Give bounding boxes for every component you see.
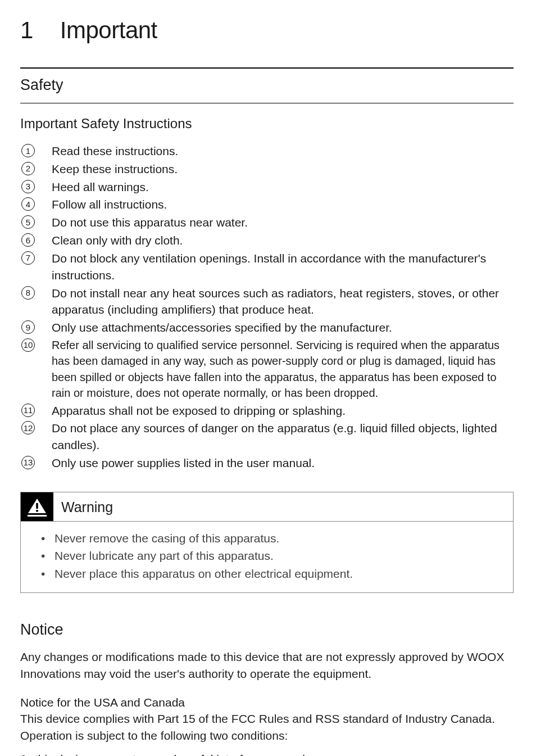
svg-rect-1	[36, 503, 38, 509]
warning-bullet: Never lubricate any part of this apparat…	[41, 547, 502, 565]
safety-section-header: Safety	[20, 67, 514, 103]
chapter-heading: 1Important	[20, 17, 514, 44]
notice-intro-text: Any changes or modifications made to thi…	[20, 649, 514, 682]
safety-instructions-list: Read these instructions. Keep these inst…	[20, 143, 514, 472]
safety-item: Only use power supplies listed in the us…	[20, 455, 514, 472]
safety-item: Heed all warnings.	[20, 179, 514, 196]
safety-item: Keep these instructions.	[20, 161, 514, 178]
notice-usa-canada-body: This device complies with Part 15 of the…	[20, 710, 514, 744]
warning-box: Warning Never remove the casing of this …	[20, 492, 514, 594]
safety-item: Do not block any ventilation openings. I…	[20, 250, 514, 284]
notice-conditions-list: 1 this device may not cause harmful inte…	[20, 751, 514, 757]
notice-heading: Notice	[20, 621, 514, 639]
safety-item: Clean only with dry cloth.	[20, 232, 514, 249]
safety-item: Do not install near any heat sources suc…	[20, 285, 514, 319]
chapter-title-text: Important	[60, 17, 157, 43]
safety-item: Do not place any sources of danger on th…	[20, 420, 514, 454]
safety-item: Apparatus shall not be exposed to drippi…	[20, 402, 514, 419]
svg-rect-2	[36, 510, 38, 512]
warning-body: Never remove the casing of this apparatu…	[21, 522, 513, 593]
warning-label: Warning	[53, 492, 121, 521]
notice-usa-canada-heading: Notice for the USA and Canada	[20, 696, 514, 709]
warning-bullet: Never remove the casing of this apparatu…	[41, 529, 502, 547]
safety-item: Do not use this apparatus near water.	[20, 214, 514, 231]
safety-heading: Safety	[20, 76, 514, 94]
chapter-number: 1	[20, 17, 33, 44]
safety-item: Follow all instructions.	[20, 196, 514, 213]
notice-condition: 1 this device may not cause harmful inte…	[20, 751, 514, 757]
safety-item: Only use attachments/accessories specifi…	[20, 319, 514, 336]
warning-icon	[21, 492, 53, 521]
condition-number: 1	[20, 751, 27, 757]
condition-text: this device may not cause harmful interf…	[35, 753, 305, 757]
warning-bullet: Never place this apparatus on other elec…	[41, 565, 502, 583]
safety-item: Refer all servicing to qualified service…	[20, 337, 514, 401]
warning-header: Warning	[21, 492, 513, 522]
safety-instructions-title: Important Safety Instructions	[20, 116, 514, 132]
safety-item: Read these instructions.	[20, 143, 514, 160]
